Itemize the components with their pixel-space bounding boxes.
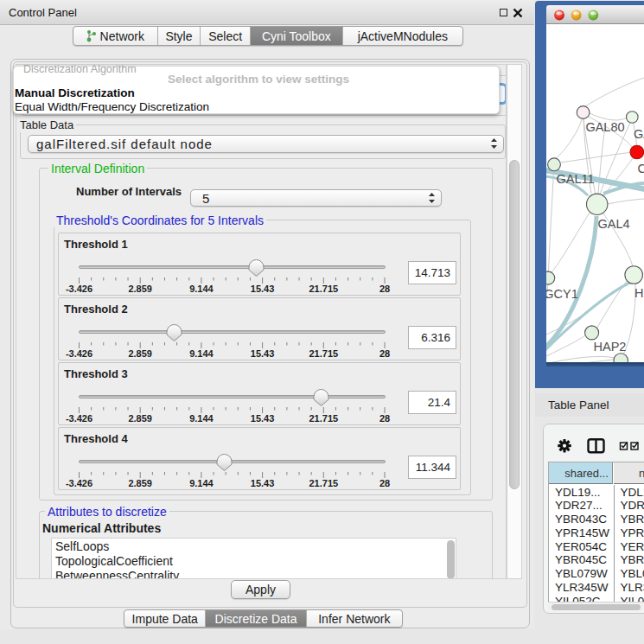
svg-text:GAL11: GAL11 (556, 172, 594, 186)
svg-text:GAL4: GAL4 (597, 217, 629, 231)
svg-text:GCY1: GCY1 (546, 287, 578, 301)
svg-text:H: H (634, 286, 643, 300)
svg-text:GAL80: GAL80 (585, 120, 624, 134)
svg-text:CD: CD (638, 162, 644, 175)
svg-text:GA: GA (634, 127, 644, 141)
svg-text:HAP2: HAP2 (594, 340, 627, 354)
